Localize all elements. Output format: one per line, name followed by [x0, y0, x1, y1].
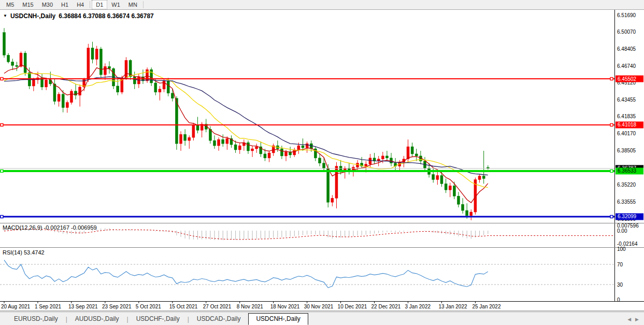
price-level-label-6.32099[interactable]: 6.32099 — [616, 213, 643, 220]
rsi-axis-label: 70 — [617, 262, 623, 267]
chart-symbol-title: USDCNH-,Daily — [10, 12, 55, 20]
hline-handle-right[interactable] — [610, 123, 613, 126]
timeframe-button-w1[interactable]: W1 — [107, 0, 124, 9]
date-label: 1 Sep 2021 — [35, 304, 62, 309]
rsi-axis-label: 30 — [617, 282, 623, 288]
macd-axis-label: 0.00 — [617, 228, 627, 234]
date-label: 13 Jan 2022 — [438, 304, 467, 309]
price-axis-tick: 6.41835 — [617, 114, 636, 119]
svg-text:6.36533: 6.36533 — [618, 168, 637, 174]
price-axis-tick: 6.40170 — [617, 131, 636, 136]
tab-scroll-right-icon[interactable]: ▶ — [635, 317, 639, 322]
svg-text:6.41018: 6.41018 — [618, 122, 637, 128]
toolbar-separator — [90, 1, 90, 8]
hline-handle-left[interactable] — [1, 78, 3, 80]
hline-handle-left[interactable] — [1, 169, 3, 172]
hline-handle-right[interactable] — [610, 78, 613, 80]
date-label: 3 Jan 2022 — [405, 304, 431, 309]
date-label: 13 Sep 2021 — [68, 304, 98, 309]
date-label: 5 Oct 2021 — [136, 304, 161, 309]
tab-scroll-left-icon[interactable]: ◀ — [627, 317, 631, 322]
macd-indicator-label: MACD(12,26,9) -0.002167 -0.006959 — [3, 224, 97, 231]
hline-handle-left[interactable] — [1, 123, 3, 126]
date-label: 20 Aug 2021 — [1, 304, 31, 309]
price-axis-tick: 6.33555 — [617, 199, 636, 205]
price-axis-tick: 6.46740 — [617, 63, 636, 69]
date-label: 30 Nov 2021 — [304, 304, 334, 309]
price-axis-tick: 6.51690 — [617, 12, 636, 18]
chart-tab-audusd[interactable]: AUDUSD-,Daily — [67, 313, 127, 325]
chart-tab-usdchf[interactable]: USDCHF-,Daily — [128, 313, 188, 325]
date-label: 18 Nov 2021 — [270, 304, 300, 309]
timeframe-toolbar: M5M15M30H1H4D1W1MN — [0, 0, 644, 10]
chart-tab-usdcad[interactable]: USDCAD-,Daily — [189, 313, 249, 325]
price-axis-tick: 6.35220 — [617, 182, 636, 188]
chart-canvas[interactable]: 6.516906.500706.484056.467406.451206.434… — [0, 10, 644, 312]
price-level-label-6.36533[interactable]: 6.36533 — [616, 167, 643, 174]
svg-text:6.32099: 6.32099 — [618, 214, 637, 219]
price-axis-tick: 6.50070 — [617, 29, 636, 35]
date-label: 27 Oct 2021 — [203, 304, 232, 309]
price-axis-tick: 6.43455 — [617, 97, 636, 103]
rsi-axis-label: 0 — [617, 297, 620, 303]
timeframe-button-mn[interactable]: MN — [124, 0, 141, 9]
toolbar-separator — [143, 1, 144, 8]
timeframe-button-m5[interactable]: M5 — [2, 0, 18, 9]
timeframe-button-h4[interactable]: H4 — [73, 0, 88, 9]
chart-ohlc-values: 6.36884 6.37088 6.36674 6.36787 — [59, 12, 154, 20]
timeframe-button-d1[interactable]: D1 — [92, 0, 107, 9]
chart-tab-bar: EURUSD-,Daily|AUDUSD-,Daily|USDCHF-,Dail… — [0, 312, 644, 325]
timeframe-button-m30[interactable]: M30 — [38, 0, 57, 9]
timeframe-button-h1[interactable]: H1 — [57, 0, 73, 9]
price-level-label-6.41018[interactable]: 6.41018 — [616, 121, 643, 128]
rsi-axis-label: 100 — [617, 246, 626, 252]
hline-handle-right[interactable] — [610, 215, 613, 218]
timeframe-button-m15[interactable]: M15 — [18, 0, 37, 9]
date-label: 10 Dec 2021 — [338, 304, 367, 309]
date-label: 25 Jan 2022 — [472, 304, 500, 309]
price-axis-tick: 6.38505 — [617, 148, 636, 153]
price-level-label-6.45502[interactable]: 6.45502 — [616, 76, 643, 82]
mt4-window: M5M15M30H1H4D1W1MN 6.516906.500706.48405… — [0, 0, 644, 325]
chart-title: ▼ USDCNH-,Daily 6.36884 6.37088 6.36674 … — [3, 12, 154, 20]
collapse-indicator-icon[interactable]: ▼ — [3, 13, 7, 18]
chart-tab-eurusd[interactable]: EURUSD-,Daily — [6, 313, 66, 325]
price-axis-tick: 6.48405 — [617, 46, 636, 52]
date-label: 15 Oct 2021 — [169, 304, 198, 309]
svg-text:6.45502: 6.45502 — [618, 76, 637, 82]
date-label: 8 Nov 2021 — [237, 304, 264, 309]
date-label: 23 Sep 2021 — [102, 304, 132, 309]
date-label: 22 Dec 2021 — [371, 304, 401, 309]
hline-handle-left[interactable] — [1, 215, 3, 218]
chart-tab-usdcnh[interactable]: USDCNH-,Daily — [248, 313, 308, 325]
hline-handle-right[interactable] — [610, 169, 613, 172]
rsi-indicator-label: RSI(14) 53.4742 — [3, 249, 45, 256]
